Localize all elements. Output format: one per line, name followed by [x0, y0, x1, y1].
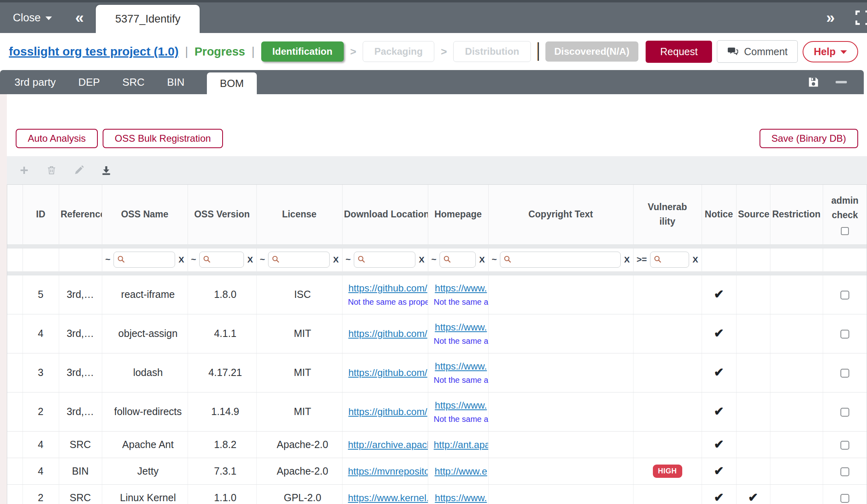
caret-down-icon [840, 50, 847, 54]
col-header-id[interactable]: ID [23, 185, 59, 244]
close-menu-button[interactable]: Close [13, 12, 52, 24]
help-button[interactable]: Help [803, 41, 858, 62]
auto-analysis-button[interactable]: Auto Analysis [16, 129, 98, 148]
col-header-homepage[interactable]: Homepage [428, 185, 488, 244]
chevron-double-right-icon[interactable]: » [826, 10, 835, 25]
license-filter-input[interactable] [268, 252, 330, 268]
comment-button[interactable]: Comment [717, 40, 797, 63]
document-tab[interactable]: 5377_Identify [96, 5, 200, 33]
tab-bom[interactable]: BOM [207, 72, 256, 94]
col-header-label: OSS Name [121, 209, 169, 219]
edit-row-icon [73, 164, 85, 176]
oss_name-filter-input[interactable] [114, 252, 175, 268]
homepage-link[interactable]: https://www. [435, 283, 487, 293]
filter-cell-notice [702, 248, 736, 271]
tab-dep[interactable]: DEP [78, 76, 100, 89]
admin-check-all-checkbox[interactable] [841, 227, 849, 235]
cell-admin-check [823, 458, 867, 484]
step-identification[interactable]: Identification [261, 41, 344, 62]
cell-copyright [488, 353, 633, 392]
table-row[interactable]: 4SRCApache Ant1.8.2Apache-2.0http://arch… [7, 431, 867, 458]
col-header-reference[interactable]: Reference [59, 185, 102, 244]
row-select-cell [7, 314, 23, 353]
homepage-link[interactable]: https://www. [435, 400, 487, 411]
admin-check-checkbox[interactable] [840, 291, 849, 300]
table-row[interactable]: 43rd,…object-assign4.1.1MIThttps://githu… [7, 314, 867, 353]
filter-clear-button[interactable]: x [624, 255, 630, 264]
cell-oss-name: react-iframe [102, 275, 188, 314]
col-header-vulnerability[interactable]: Vulnerability [633, 185, 702, 244]
col-header-notice[interactable]: Notice [702, 185, 736, 244]
request-button[interactable]: Request [646, 41, 712, 63]
identification-tabstrip: 3rd party DEP SRC BIN BOM [0, 70, 864, 94]
admin-check-checkbox[interactable] [840, 408, 849, 417]
admin-check-checkbox[interactable] [840, 467, 849, 476]
download-link[interactable]: https://mvnreposito [348, 466, 428, 477]
download-link[interactable]: https://www.kernel. [348, 492, 428, 503]
download-icon[interactable] [100, 164, 112, 176]
tab-3rd-party[interactable]: 3rd party [14, 76, 56, 89]
homepage-link[interactable]: https://www. [435, 492, 487, 503]
admin-check-checkbox[interactable] [840, 494, 849, 503]
col-header-download[interactable]: Download Location [342, 185, 428, 244]
homepage-warning-text: Not the same as [434, 415, 488, 424]
filter-row: ~x~x~x~x~x~x>=x [7, 248, 867, 271]
homepage-filter-input[interactable] [440, 252, 476, 268]
col-header-source[interactable]: Source [736, 185, 770, 244]
chevron-double-left-icon[interactable]: « [75, 10, 84, 25]
collapse-panel-icon[interactable] [836, 81, 847, 83]
cell-source [736, 431, 770, 458]
step-distribution: Distribution [453, 41, 531, 62]
col-header-restriction[interactable]: Restriction [770, 185, 823, 244]
tab-bin[interactable]: BIN [167, 76, 184, 89]
download-link[interactable]: https://github.com/ [348, 406, 427, 417]
download-filter-input[interactable] [354, 252, 415, 268]
cell-oss-version: 4.17.21 [188, 353, 256, 392]
grid-separator [7, 244, 867, 248]
col-header-oss_name[interactable]: OSS Name [102, 185, 188, 244]
download-link[interactable]: https://github.com/ [348, 367, 427, 378]
filter-clear-button[interactable]: x [333, 255, 339, 264]
cell-license: Apache-2.0 [256, 431, 342, 458]
filter-clear-button[interactable]: x [247, 255, 253, 264]
topbar-right-controls: » [826, 9, 867, 26]
cell-restriction [770, 353, 823, 392]
download-link[interactable]: https://github.com/ [348, 328, 427, 339]
table-row[interactable]: 23rd,…follow-redirects1.14.9MIThttps://g… [7, 392, 867, 431]
download-link[interactable]: https://github.com/ [348, 283, 427, 293]
admin-check-checkbox[interactable] [840, 441, 849, 450]
filter-clear-button[interactable]: x [479, 255, 485, 264]
copyright-filter-input[interactable] [500, 252, 621, 268]
fullscreen-icon[interactable] [854, 9, 867, 26]
save-binary-db-button[interactable]: Save (Binary DB) [760, 129, 858, 148]
download-link[interactable]: http://archive.apach [348, 439, 428, 450]
table-row[interactable]: 2SRCLinux Kernel1.1.0GPL-2.0https://www.… [7, 484, 867, 504]
vertical-divider [537, 42, 539, 61]
save-icon[interactable] [807, 76, 820, 88]
vulnerability-filter-input[interactable] [650, 252, 689, 268]
admin-check-checkbox[interactable] [840, 369, 849, 378]
homepage-link[interactable]: http://www.e [435, 466, 487, 477]
col-header-copyright[interactable]: Copyright Text [488, 185, 633, 244]
oss_version-filter-input[interactable] [199, 252, 244, 268]
project-link[interactable]: fosslight org test project (1.0) [9, 45, 179, 58]
admin-check-checkbox[interactable] [840, 330, 849, 339]
filter-clear-button[interactable]: x [692, 255, 698, 264]
table-row[interactable]: 33rd,…lodash4.17.21MIThttps://github.com… [7, 353, 867, 392]
tab-src[interactable]: SRC [122, 76, 144, 89]
filter-clear-button[interactable]: x [419, 255, 424, 264]
separator-pipe: | [185, 45, 188, 58]
col-header-admin[interactable]: admin check [823, 185, 867, 244]
cell-notice: ✔ [702, 431, 736, 458]
homepage-link[interactable]: https://www. [435, 361, 487, 372]
table-row[interactable]: 4BINJetty7.3.1Apache-2.0https://mvnrepos… [7, 458, 867, 484]
oss-bulk-registration-button[interactable]: OSS Bulk Registration [103, 129, 223, 148]
filter-clear-button[interactable]: x [178, 255, 184, 264]
project-header-row: fosslight org test project (1.0) | Progr… [0, 33, 867, 70]
col-header-oss_version[interactable]: OSS Version [188, 185, 256, 244]
homepage-link[interactable]: https://www. [435, 322, 487, 333]
table-row[interactable]: 53rd,…react-iframe1.8.0ISChttps://github… [7, 275, 867, 314]
homepage-link[interactable]: http://ant.apa [434, 439, 489, 450]
filter-operator: ~ [105, 254, 111, 265]
col-header-license[interactable]: License [256, 185, 342, 244]
